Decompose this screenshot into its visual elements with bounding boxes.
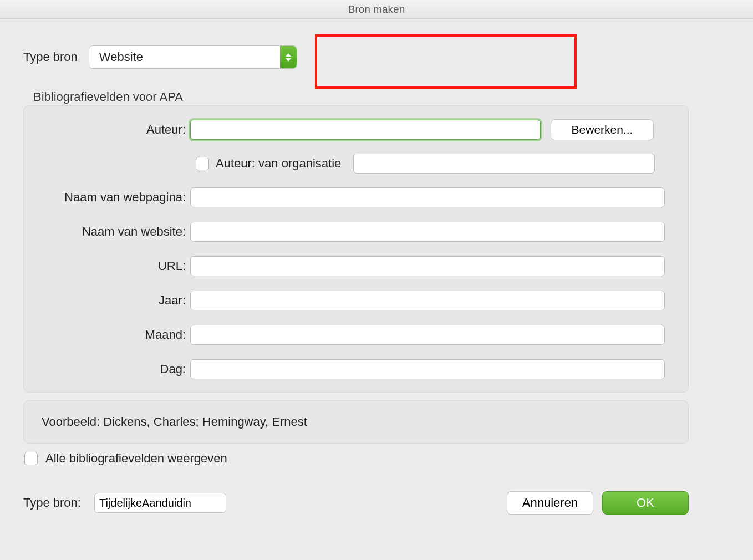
- month-row: Maand:: [24, 324, 688, 345]
- website-name-row: Naam van website:: [24, 221, 688, 242]
- show-all-fields-checkbox[interactable]: [24, 452, 38, 465]
- bibliography-fields-group: Auteur: Bewerken... Auteur: van organisa…: [23, 105, 689, 393]
- year-input[interactable]: [190, 291, 665, 310]
- source-type-label: Type bron: [23, 50, 78, 64]
- chevron-down-icon: [286, 58, 291, 62]
- url-row: URL:: [24, 256, 688, 277]
- year-label: Jaar:: [24, 293, 190, 308]
- edit-author-button[interactable]: Bewerken...: [551, 119, 654, 140]
- url-label: URL:: [24, 259, 190, 273]
- dropdown-stepper-icon: [280, 46, 297, 68]
- day-input[interactable]: [190, 359, 665, 379]
- cancel-button[interactable]: Annuleren: [507, 491, 593, 515]
- author-input[interactable]: [190, 120, 541, 140]
- dialog-title: Bron maken: [0, 0, 753, 19]
- highlight-annotation-box: [315, 34, 577, 89]
- website-name-input[interactable]: [190, 222, 665, 242]
- example-panel: Voorbeeld: Dickens, Charles; Hemingway, …: [23, 400, 689, 444]
- example-text: Voorbeeld: Dickens, Charles; Hemingway, …: [42, 415, 307, 429]
- month-input[interactable]: [190, 325, 665, 345]
- webpage-name-label: Naam van webpagina:: [24, 190, 190, 205]
- author-row: Auteur: Bewerken...: [24, 119, 688, 140]
- org-author-label: Auteur: van organisatie: [216, 156, 341, 171]
- year-row: Jaar:: [24, 290, 688, 311]
- day-label: Dag:: [24, 362, 190, 376]
- month-label: Maand:: [24, 328, 190, 342]
- dialog-bottom-row: Type bron: Annuleren OK: [23, 491, 689, 515]
- source-type-row: Type bron Website: [23, 45, 297, 69]
- show-all-fields-row: Alle bibliografievelden weergeven: [24, 451, 227, 466]
- website-name-label: Naam van website:: [24, 225, 190, 239]
- source-type-dropdown[interactable]: Website: [89, 45, 297, 69]
- webpage-name-row: Naam van webpagina:: [24, 187, 688, 208]
- org-author-checkbox[interactable]: [196, 157, 209, 170]
- ok-button[interactable]: OK: [602, 491, 689, 515]
- source-type-value: Website: [99, 50, 143, 64]
- author-label: Auteur:: [24, 123, 190, 137]
- day-row: Dag:: [24, 359, 688, 380]
- org-author-row: Auteur: van organisatie: [196, 154, 688, 174]
- show-all-fields-label: Alle bibliografievelden weergeven: [45, 451, 227, 466]
- tag-name-label: Type bron:: [23, 496, 81, 510]
- create-source-dialog: Bron maken Type bron Website Bibliografi…: [0, 0, 753, 560]
- chevron-up-icon: [286, 53, 291, 57]
- org-author-input[interactable]: [353, 154, 655, 174]
- tag-name-input[interactable]: [94, 493, 226, 513]
- url-input[interactable]: [190, 256, 665, 276]
- fieldset-legend: Bibliografievelden voor APA: [33, 90, 183, 104]
- webpage-name-input[interactable]: [190, 187, 665, 207]
